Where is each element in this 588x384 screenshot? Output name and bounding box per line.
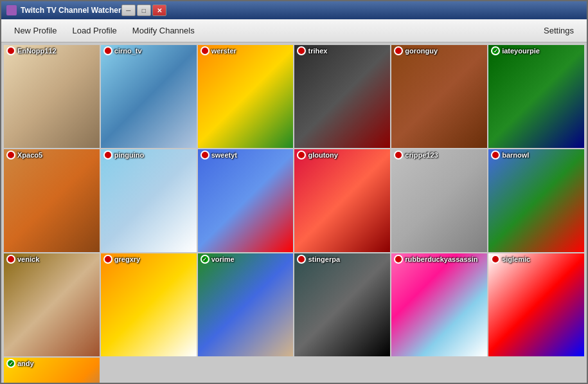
channel-cell-barnowl[interactable]: barnowl [488,149,584,252]
channel-cell-pinguino[interactable]: pinguino [101,149,197,252]
minimize-button[interactable]: ─ [121,5,136,16]
channel-thumbnail-siglemic [488,253,584,356]
app-icon [6,5,17,15]
load-profile-menu-item[interactable]: Load Profile [64,22,124,39]
channel-thumbnail-pinguino [101,149,197,252]
channel-cell-goronguy[interactable]: goronguy [391,45,487,148]
channel-thumbnail-gloutony [294,149,390,252]
channel-thumbnail-iateyourpie [488,45,584,148]
channel-cell-vorime[interactable]: vorime [198,253,294,356]
channel-cell-crippe123[interactable]: crippe123 [391,149,487,252]
titlebar-controls: ─ □ ✕ [121,5,166,16]
modify-channels-menu-item[interactable]: Modify Channels [125,22,202,39]
channel-cell-werster[interactable]: werster [198,45,294,148]
new-profile-menu-item[interactable]: New Profile [6,22,64,39]
channel-cell-ennopp112[interactable]: EnNopp112 [4,45,100,148]
app-title: Twitch TV Channel Watcher [21,6,121,15]
channel-cell-gregxry[interactable]: gregxry [101,253,197,356]
channel-thumbnail-rubberduckyassassin [391,253,487,356]
maximize-button[interactable]: □ [137,5,151,16]
channel-thumbnail-vorime [198,253,294,356]
channel-thumbnail-trihex [294,45,390,148]
close-button[interactable]: ✕ [152,5,166,16]
channel-thumbnail-barnowl [488,149,584,252]
channel-thumbnail-andy [4,358,100,384]
channel-thumbnail-cirno_tv [101,45,197,148]
channel-thumbnail-ennopp112 [4,45,100,148]
channel-cell-xpaco5[interactable]: Xpaco5 [4,149,100,252]
channel-cell-trihex[interactable]: trihex [294,45,390,148]
channel-cell-stingerpa[interactable]: stingerpa [294,253,390,356]
titlebar: Twitch TV Channel Watcher ─ □ ✕ [1,1,587,19]
channel-cell-sweetyt[interactable]: sweetyt [198,149,294,252]
channel-cell-rubberduckyassassin[interactable]: rubberduckyassassin [391,253,487,356]
channel-cell-iateyourpie[interactable]: iateyourpie [488,45,584,148]
menubar: New Profile Load Profile Modify Channels… [1,19,587,42]
settings-menu-item[interactable]: Settings [536,22,582,39]
channel-cell-siglemic[interactable]: siglemic [488,253,584,356]
channel-thumbnail-sweetyt [198,149,294,252]
channel-thumbnail-venick [4,253,100,356]
channel-thumbnail-xpaco5 [4,149,100,252]
channel-cell-andy[interactable]: andy [4,358,100,384]
channel-cell-gloutony[interactable]: gloutony [294,149,390,252]
channel-thumbnail-gregxry [101,253,197,356]
channel-thumbnail-crippe123 [391,149,487,252]
channel-thumbnail-stingerpa [294,253,390,356]
channel-thumbnail-goronguy [391,45,487,148]
channel-grid: EnNopp112cirno_tvwerstertrihexgoronguyia… [1,42,587,384]
channel-thumbnail-werster [198,45,294,148]
channel-cell-cirno_tv[interactable]: cirno_tv [101,45,197,148]
channel-cell-venick[interactable]: venick [4,253,100,356]
